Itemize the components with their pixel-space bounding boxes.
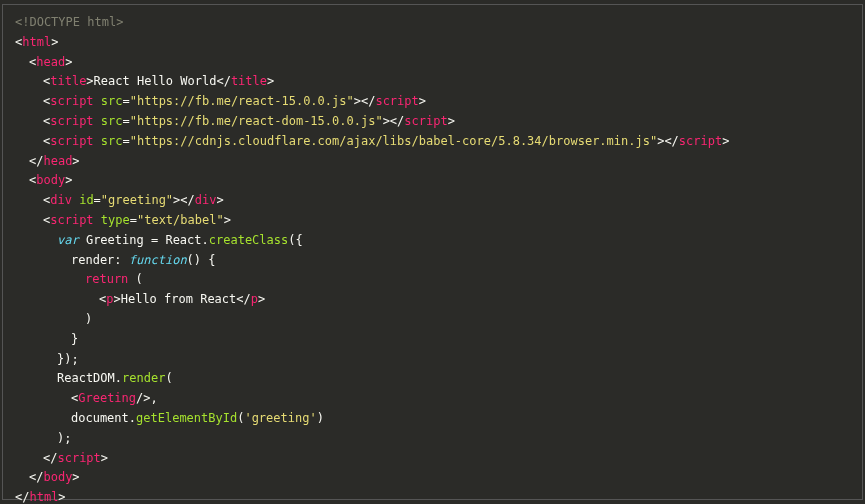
code-line: });	[15, 350, 850, 370]
code-editor[interactable]: <!DOCTYPE html> <html> <head> <title>Rea…	[2, 4, 863, 500]
code-line: ReactDOM.render(	[15, 369, 850, 389]
code-line: <p>Hello from React</p>	[15, 290, 850, 310]
code-line: render: function() {	[15, 251, 850, 271]
code-line: </head>	[15, 152, 850, 172]
code-line: </script>	[15, 449, 850, 469]
code-line: </html>	[15, 488, 850, 504]
code-line: <Greeting/>,	[15, 389, 850, 409]
code-line: document.getElementById('greeting')	[15, 409, 850, 429]
code-line: <title>React Hello World</title>	[15, 72, 850, 92]
code-line: }	[15, 330, 850, 350]
code-line: </body>	[15, 468, 850, 488]
code-line: <script src="https://fb.me/react-dom-15.…	[15, 112, 850, 132]
code-line: return (	[15, 270, 850, 290]
code-line: )	[15, 310, 850, 330]
code-line: <script src="https://cdnjs.cloudflare.co…	[15, 132, 850, 152]
code-line: <script src="https://fb.me/react-15.0.0.…	[15, 92, 850, 112]
doctype: <!DOCTYPE html>	[15, 15, 123, 29]
code-line: <head>	[15, 53, 850, 73]
code-line: );	[15, 429, 850, 449]
code-line: <body>	[15, 171, 850, 191]
code-line: <html>	[15, 33, 850, 53]
code-line: <!DOCTYPE html>	[15, 13, 850, 33]
code-line: <div id="greeting"></div>	[15, 191, 850, 211]
code-line: var Greeting = React.createClass({	[15, 231, 850, 251]
code-line: <script type="text/babel">	[15, 211, 850, 231]
